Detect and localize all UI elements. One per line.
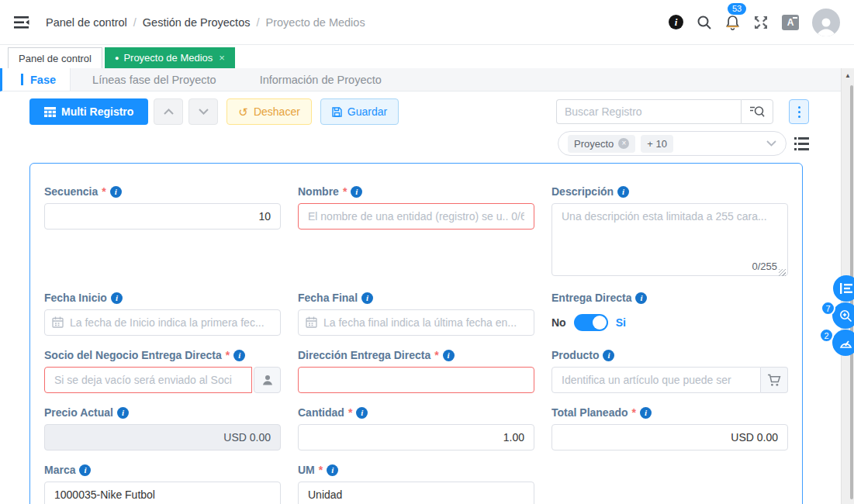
chevron-down-icon <box>766 140 776 147</box>
calendar-icon <box>52 316 64 328</box>
info-icon[interactable]: i <box>233 350 245 361</box>
info-icon[interactable]: i <box>351 186 362 198</box>
field-label: Producto <box>551 349 599 361</box>
info-icon[interactable]: i <box>617 186 629 198</box>
search-icon[interactable] <box>697 15 712 30</box>
cantidad-input[interactable] <box>298 424 534 450</box>
secuencia-input[interactable] <box>44 203 281 230</box>
translate-icon[interactable]: A <box>782 15 799 30</box>
nombre-input[interactable] <box>298 203 534 230</box>
fecha-inicio-input[interactable] <box>44 309 281 336</box>
column-filter-select[interactable]: Proyecto × + 10 <box>558 131 787 156</box>
char-counter: 0/255 <box>752 261 777 272</box>
info-icon[interactable]: i <box>111 292 123 304</box>
zoom-in-fab[interactable] <box>832 302 854 329</box>
entrega-directa-toggle[interactable] <box>574 314 608 331</box>
dashboard-fab-badge: 2 <box>819 328 834 343</box>
required-mark: * <box>434 349 438 361</box>
window-tab-proyecto-de-medios[interactable]: ● Proyecto de Medios × <box>105 47 235 68</box>
field-marca: Marca i <box>44 464 281 504</box>
info-icon[interactable]: i <box>79 464 91 476</box>
info-icon[interactable]: i <box>640 407 652 419</box>
tree-list-fab[interactable] <box>833 275 854 302</box>
field-label: Entrega Directa <box>551 292 631 304</box>
field-fecha-inicio: Fecha Inicio i <box>44 292 281 336</box>
tab-informacion-proyecto[interactable]: Información de Proyecto <box>238 68 403 91</box>
info-icon[interactable]: i <box>327 464 338 476</box>
menu-fold-icon[interactable] <box>14 16 30 29</box>
previous-record-button[interactable] <box>154 98 183 125</box>
info-icon[interactable]: i <box>117 407 129 419</box>
field-label: Precio Actual <box>44 406 113 419</box>
required-mark: * <box>632 406 636 419</box>
sub-tab-bar: Fase Líneas fase del Proyecto Informació… <box>0 68 854 91</box>
field-label: Socio del Negocio Entrega Directa <box>44 349 222 361</box>
um-input[interactable] <box>298 482 534 504</box>
resize-handle[interactable] <box>779 269 786 276</box>
info-icon[interactable]: i <box>110 186 122 198</box>
undo-button[interactable]: ↺ Deshacer <box>226 98 312 125</box>
tab-fase[interactable]: Fase <box>2 68 71 91</box>
field-producto: Producto i <box>551 349 788 393</box>
fecha-final-input[interactable] <box>298 309 534 336</box>
required-mark: * <box>226 349 230 361</box>
close-tab-icon[interactable]: × <box>219 52 225 64</box>
field-nombre: Nombre * i <box>298 185 534 278</box>
info-icon[interactable]: i <box>635 292 647 304</box>
more-options-button[interactable] <box>789 99 809 124</box>
direccion-entrega-input[interactable] <box>298 367 534 393</box>
grid-icon <box>44 107 56 117</box>
fase-form-panel: Secuencia * i Nombre * i Descripción i 0… <box>29 163 803 504</box>
info-icon[interactable]: i <box>356 407 368 419</box>
producto-input[interactable] <box>551 367 761 393</box>
field-label: Secuencia <box>44 185 98 198</box>
field-entrega-directa: Entrega Directa i No Si <box>551 292 788 336</box>
info-icon[interactable]: i <box>669 15 683 29</box>
calendar-icon <box>306 316 317 328</box>
undo-icon: ↺ <box>238 106 248 118</box>
business-partner-icon[interactable] <box>254 367 281 393</box>
breadcrumb-item[interactable]: Panel de control <box>46 16 127 29</box>
scroll-up-arrow-icon[interactable]: ▲ <box>842 68 854 79</box>
tab-lineas-fase[interactable]: Líneas fase del Proyecto <box>71 68 238 91</box>
notifications-bell-icon[interactable]: 53 <box>725 15 740 30</box>
next-record-button[interactable] <box>188 98 218 125</box>
record-search-input[interactable] <box>556 99 741 124</box>
fullscreen-icon[interactable] <box>753 15 769 30</box>
info-icon[interactable]: i <box>361 292 373 304</box>
window-tab-panel-de-control[interactable]: Panel de control <box>8 47 102 68</box>
save-button[interactable]: Guardar <box>320 98 399 125</box>
field-cantidad: Cantidad * i <box>298 406 534 450</box>
dashboard-fab[interactable] <box>832 330 854 356</box>
multi-registro-button[interactable]: Multi Registro <box>29 98 148 125</box>
total-planeado-input[interactable] <box>551 424 788 450</box>
field-label: Fecha Inicio <box>44 292 107 304</box>
info-icon[interactable]: i <box>443 350 455 361</box>
record-search-group <box>556 99 773 124</box>
breadcrumb-separator: / <box>256 16 259 29</box>
toggle-on-label: Si <box>616 316 626 329</box>
info-icon[interactable]: i <box>603 350 614 361</box>
field-secuencia: Secuencia * i <box>44 185 281 278</box>
filter-tag-proyecto: Proyecto × <box>568 135 635 153</box>
remove-tag-icon[interactable]: × <box>618 138 629 149</box>
field-total-planeado: Total Planeado * i <box>551 406 788 450</box>
top-bar: Panel de control / Gestión de Proyectos … <box>0 0 854 45</box>
breadcrumb-item-current: Proyecto de Medios <box>266 16 365 29</box>
advanced-search-button[interactable] <box>741 99 773 124</box>
window-tab-bar: Panel de control ● Proyecto de Medios × <box>0 45 854 68</box>
avatar[interactable] <box>812 9 840 36</box>
cart-icon[interactable] <box>761 367 788 393</box>
empty-cell <box>551 464 788 504</box>
column-list-icon[interactable] <box>794 137 809 150</box>
field-socio-negocio: Socio del Negocio Entrega Directa * i <box>44 349 281 393</box>
breadcrumb-item[interactable]: Gestión de Proyectos <box>143 16 251 29</box>
field-direccion-entrega: Dirección Entrega Directa * i <box>298 349 534 393</box>
required-mark: * <box>319 464 323 476</box>
notification-badge: 53 <box>728 3 746 15</box>
filter-tag-more: + 10 <box>641 135 673 153</box>
required-mark: * <box>102 185 105 198</box>
marca-input[interactable] <box>44 482 281 504</box>
field-label: Dirección Entrega Directa <box>298 349 430 361</box>
socio-negocio-input[interactable] <box>44 367 252 393</box>
